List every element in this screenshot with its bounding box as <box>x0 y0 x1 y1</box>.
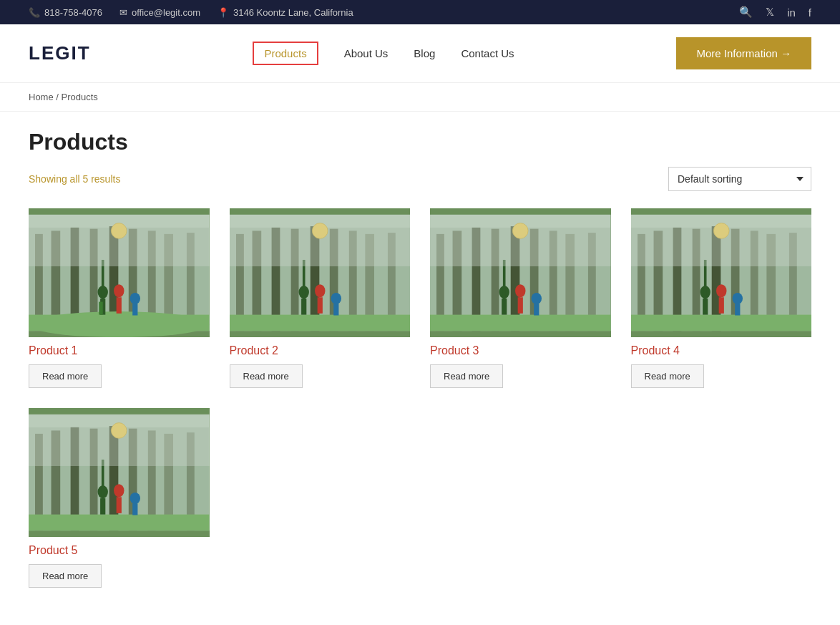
grid-empty-2 <box>430 408 611 588</box>
svg-rect-84 <box>735 304 740 315</box>
svg-rect-105 <box>132 503 137 515</box>
facebook-icon[interactable]: f <box>809 6 811 19</box>
linkedin-icon[interactable]: in <box>787 6 796 19</box>
svg-rect-21 <box>132 304 137 315</box>
nav-products[interactable]: Products <box>253 42 318 65</box>
page-title: Products <box>29 129 811 155</box>
svg-rect-61 <box>518 297 523 314</box>
product-name-2[interactable]: Product 2 <box>230 344 411 357</box>
topbar: 📞 818-758-4076 ✉ office@legit.com 📍 3146… <box>0 0 840 24</box>
svg-point-104 <box>130 493 140 504</box>
product-grid-row1: Product 1 Read more <box>29 208 811 388</box>
breadcrumb-separator: / <box>56 92 61 102</box>
svg-point-81 <box>716 284 726 297</box>
topbar-address: 📍 3146 Koontz Lane, California <box>218 7 353 18</box>
svg-point-18 <box>114 284 124 297</box>
read-more-button-4[interactable]: Read more <box>631 364 704 388</box>
breadcrumb-current: Products <box>62 92 98 102</box>
svg-rect-63 <box>534 304 539 315</box>
read-more-button-2[interactable]: Read more <box>230 364 303 388</box>
phone-icon: 📞 <box>29 7 40 18</box>
product-card-4: Product 4 Read more <box>631 208 812 388</box>
breadcrumb-home[interactable]: Home <box>29 92 54 102</box>
nav-contact[interactable]: Contact Us <box>461 47 514 59</box>
topbar-phone: 📞 818-758-4076 <box>29 7 102 18</box>
svg-rect-76 <box>631 315 812 331</box>
svg-rect-12 <box>29 315 210 331</box>
nav-blog[interactable]: Blog <box>414 47 435 59</box>
topbar-right: 🔍 𝕏 in f <box>739 6 811 19</box>
svg-rect-37 <box>301 299 306 315</box>
product-image-4 <box>631 208 812 337</box>
product-name-4[interactable]: Product 4 <box>631 344 812 357</box>
product-card-3: Product 3 Read more <box>430 208 611 388</box>
svg-rect-19 <box>117 297 122 314</box>
svg-rect-58 <box>502 299 507 315</box>
products-header: Showing all 5 results Default sortingSor… <box>29 167 811 191</box>
phone-number: 818-758-4076 <box>44 7 102 18</box>
svg-rect-79 <box>703 299 708 315</box>
product-image-5 <box>29 408 210 537</box>
sort-select[interactable]: Default sortingSort by popularitySort by… <box>668 167 811 191</box>
svg-point-62 <box>532 293 542 304</box>
svg-rect-42 <box>333 304 338 315</box>
main-content: Products Showing all 5 results Default s… <box>0 112 840 625</box>
svg-point-60 <box>515 284 525 297</box>
svg-point-39 <box>315 284 325 297</box>
product-image-1 <box>29 208 210 337</box>
nav-about[interactable]: About Us <box>344 47 389 59</box>
svg-rect-34 <box>230 315 411 331</box>
topbar-left: 📞 818-758-4076 ✉ office@legit.com 📍 3146… <box>29 7 353 18</box>
email-icon: ✉ <box>119 7 127 18</box>
grid-empty-3 <box>631 408 812 588</box>
grid-empty-1 <box>230 408 411 588</box>
product-name-1[interactable]: Product 1 <box>29 344 210 357</box>
address-text: 3146 Koontz Lane, California <box>233 7 353 18</box>
svg-point-83 <box>732 293 742 304</box>
logo[interactable]: LEGIT <box>29 42 91 64</box>
showing-results: Showing all 5 results <box>29 173 120 185</box>
svg-rect-22 <box>29 215 210 266</box>
svg-point-102 <box>114 484 124 497</box>
svg-point-20 <box>130 293 140 304</box>
product-card-1: Product 1 Read more <box>29 208 210 388</box>
product-card-2: Product 2 Read more <box>230 208 411 388</box>
topbar-email: ✉ office@legit.com <box>119 7 200 18</box>
svg-rect-82 <box>718 297 723 314</box>
svg-rect-55 <box>430 315 611 331</box>
svg-point-41 <box>331 293 341 304</box>
svg-rect-103 <box>117 497 122 513</box>
email-address: office@legit.com <box>132 7 200 18</box>
location-icon: 📍 <box>218 7 229 18</box>
read-more-button-3[interactable]: Read more <box>430 364 503 388</box>
product-image-2 <box>230 208 411 337</box>
read-more-button-5[interactable]: Read more <box>29 564 102 588</box>
more-info-button[interactable]: More Information → <box>676 37 811 69</box>
svg-rect-40 <box>317 297 322 314</box>
product-card-5: Product 5 Read more <box>29 408 210 588</box>
svg-rect-16 <box>99 302 102 315</box>
svg-rect-43 <box>230 215 411 266</box>
svg-rect-64 <box>430 215 611 266</box>
breadcrumb: Home / Products <box>0 83 840 112</box>
main-nav: Products About Us Blog Contact Us <box>253 42 514 65</box>
product-name-5[interactable]: Product 5 <box>29 544 210 557</box>
svg-rect-100 <box>100 498 105 515</box>
read-more-button-1[interactable]: Read more <box>29 364 102 388</box>
product-name-3[interactable]: Product 3 <box>430 344 611 357</box>
header: LEGIT Products About Us Blog Contact Us … <box>0 24 840 83</box>
twitter-icon[interactable]: 𝕏 <box>766 6 774 19</box>
product-grid-row2: Product 5 Read more <box>29 408 811 588</box>
product-image-3 <box>430 208 611 337</box>
svg-rect-106 <box>29 415 210 466</box>
svg-rect-85 <box>631 215 812 266</box>
search-icon[interactable]: 🔍 <box>739 6 753 19</box>
svg-rect-97 <box>29 515 210 531</box>
